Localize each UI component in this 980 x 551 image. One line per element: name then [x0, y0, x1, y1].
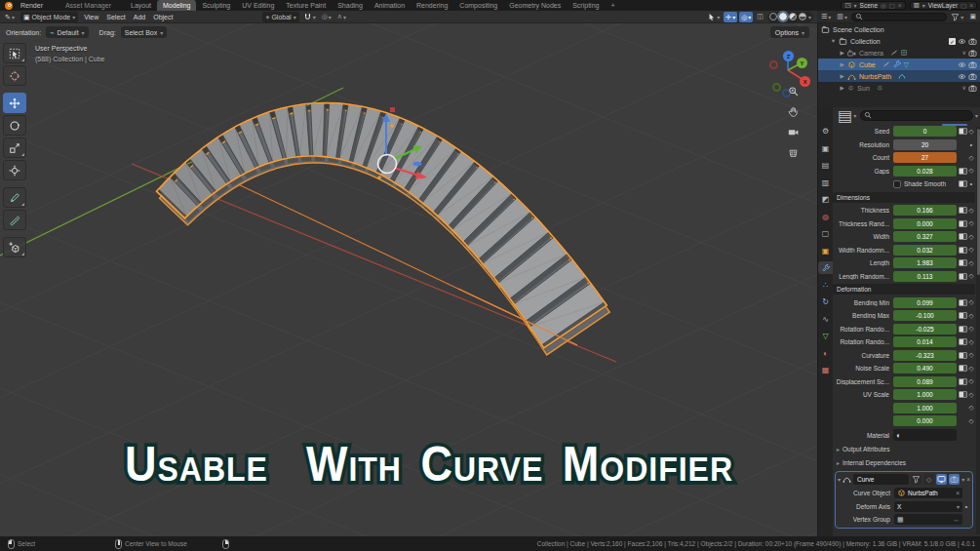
outliner-row-camera[interactable]: ▶Camera∨: [818, 47, 980, 59]
workspace-tab-compositing[interactable]: Compositing: [453, 0, 503, 11]
modifier-field-curve-object[interactable]: NurbsPath×: [894, 488, 962, 498]
decorator-icon[interactable]: [959, 312, 967, 319]
decorator-icon[interactable]: [959, 168, 967, 175]
value-slider[interactable]: 0.166: [893, 205, 957, 216]
orientation-dropdown[interactable]: ⌁ Default▾: [46, 26, 88, 38]
expander-icon[interactable]: ▶: [839, 61, 845, 67]
value-slider[interactable]: 0.327: [893, 231, 957, 242]
modifier-cage-toggle[interactable]: ◇: [923, 474, 934, 485]
decorator-icon[interactable]: [959, 180, 967, 187]
editor-type-button[interactable]: ✎▾: [3, 12, 17, 22]
properties-tab-particles[interactable]: ∴: [818, 279, 833, 292]
camera-view-icon[interactable]: [788, 127, 799, 138]
value-slider[interactable]: -0.100: [893, 310, 957, 321]
viewport-menu-add[interactable]: Add: [130, 14, 149, 20]
new-layer-icon[interactable]: ▢: [960, 2, 966, 10]
new-collection-button[interactable]: ▣: [967, 12, 978, 22]
properties-tab-modifiers[interactable]: [818, 261, 833, 274]
navigation-gizmo[interactable]: ZYX: [756, 45, 814, 101]
modifier-expand-icon[interactable]: ▾: [838, 476, 841, 483]
modifier-close-icon[interactable]: ×: [966, 476, 970, 483]
modifier-field-deform-axis[interactable]: X▾: [894, 501, 962, 512]
workspace-tab-asset-manager[interactable]: Asset Manager: [59, 0, 117, 11]
workspace-tab-rendering[interactable]: Rendering: [411, 0, 453, 11]
decorator-icon[interactable]: [959, 391, 967, 398]
properties-tab-output[interactable]: ▤: [818, 159, 833, 172]
properties-tab-tool[interactable]: ⚙: [818, 125, 833, 138]
xray-toggle[interactable]: ◫: [755, 12, 765, 22]
value-slider[interactable]: 1.983: [893, 257, 957, 268]
camera-toggle-button[interactable]: [968, 84, 977, 93]
decorator-icon[interactable]: [959, 233, 967, 240]
value-slider[interactable]: 0.490: [893, 363, 957, 374]
zoom-icon[interactable]: [788, 86, 799, 97]
decorator-icon[interactable]: [959, 259, 967, 266]
value-slider[interactable]: 27: [893, 152, 957, 163]
value-slider[interactable]: -0.025: [893, 324, 957, 335]
gizmo-toggle[interactable]: ✛▾: [724, 12, 737, 22]
outliner-row-sun[interactable]: ▶☼Sun☼∨: [818, 82, 980, 94]
value-slider[interactable]: 0.099: [893, 297, 957, 308]
ortho-grid-icon[interactable]: [788, 147, 799, 158]
workspace-tab-sculpting[interactable]: Sculpting: [196, 0, 236, 11]
camera-toggle-button[interactable]: [968, 60, 977, 69]
properties-scrollbar[interactable]: [976, 127, 980, 534]
gizmo-axis-x[interactable]: X: [800, 76, 810, 87]
value-slider[interactable]: 0.032: [893, 245, 957, 256]
decorator-icon[interactable]: [959, 378, 967, 385]
camera-toggle-button[interactable]: [968, 37, 977, 46]
value-slider[interactable]: 0.028: [893, 166, 957, 177]
decorator-icon[interactable]: [959, 220, 967, 227]
workspace-tab-modeling[interactable]: Modeling: [157, 0, 196, 11]
collapse-section[interactable]: ▸Output Attributes: [833, 444, 977, 454]
tool-rotate[interactable]: [3, 115, 26, 136]
value-slider[interactable]: 0.014: [893, 336, 957, 347]
expander-icon[interactable]: ▶: [839, 50, 845, 56]
properties-tab-scene[interactable]: ◩: [818, 193, 833, 206]
eye-closed-button[interactable]: ∨: [962, 50, 966, 56]
properties-tab-texture[interactable]: ▦: [818, 364, 833, 376]
value-slider[interactable]: 0.000: [893, 415, 957, 426]
section-header[interactable]: Deformation: [833, 284, 975, 295]
drag-dropdown[interactable]: Select Box▾: [121, 26, 167, 38]
options-button[interactable]: Options▾: [770, 26, 809, 38]
properties-tab-constraints[interactable]: ∿: [818, 313, 833, 326]
properties-tab-collection[interactable]: ▢: [818, 227, 833, 240]
decorator-icon[interactable]: [959, 326, 967, 333]
decorator-icon[interactable]: [959, 352, 967, 359]
material-shading-button[interactable]: [789, 13, 797, 20]
eye-button[interactable]: [958, 37, 966, 46]
properties-tab-world[interactable]: ◍: [818, 211, 833, 223]
tool-cursor[interactable]: [3, 65, 26, 86]
workspace-tab-geometry-nodes[interactable]: Geometry Nodes: [503, 0, 567, 11]
curve-modifier-panel[interactable]: ▾ Curve ◇ ▾ × Curve Object NurbsPath× De…: [835, 471, 973, 530]
object-visibility-button[interactable]: ▾: [705, 12, 722, 22]
outliner-row-collection[interactable]: ▼Collection✓: [818, 35, 980, 47]
shading-dropdown[interactable]: ▾: [808, 14, 811, 20]
eye-button[interactable]: [958, 72, 966, 81]
workspace-tab-shading[interactable]: Shading: [332, 0, 369, 11]
modifier-field-vertex-group[interactable]: ▦↔: [894, 514, 962, 525]
properties-tab-object-data[interactable]: ▽: [818, 330, 833, 342]
rendered-shading-button[interactable]: [799, 13, 806, 20]
solid-shading-button[interactable]: [779, 13, 787, 20]
menu-render[interactable]: Render: [16, 0, 50, 11]
pan-hand-icon[interactable]: [788, 106, 799, 117]
tool-annotate[interactable]: [3, 187, 26, 208]
decorator-icon[interactable]: [959, 299, 967, 306]
outliner-editor-type-button[interactable]: ☰▾: [819, 12, 833, 22]
decorator-icon[interactable]: [959, 273, 967, 280]
decorator-icon[interactable]: [959, 207, 967, 214]
expander-icon[interactable]: ▶: [839, 73, 845, 79]
gizmo-axis-z[interactable]: Z: [783, 51, 794, 61]
workspace-tab-uv-editing[interactable]: UV Editing: [236, 0, 280, 11]
properties-tab-object[interactable]: ▣: [818, 245, 833, 257]
collapse-section[interactable]: ▸Internal Dependencies: [833, 457, 977, 468]
viewport-3d[interactable]: Orientation: ⌁ Default▾ Drag: Select Box…: [0, 23, 817, 536]
collection-checkbox[interactable]: ✓: [949, 38, 956, 45]
workspace-tab-layout[interactable]: Layout: [125, 0, 157, 11]
eye-closed-button[interactable]: ∨: [962, 85, 966, 91]
viewport-menu-view[interactable]: View: [80, 14, 102, 20]
tool-move[interactable]: [3, 93, 26, 113]
value-slider[interactable]: 1.000: [893, 389, 957, 400]
